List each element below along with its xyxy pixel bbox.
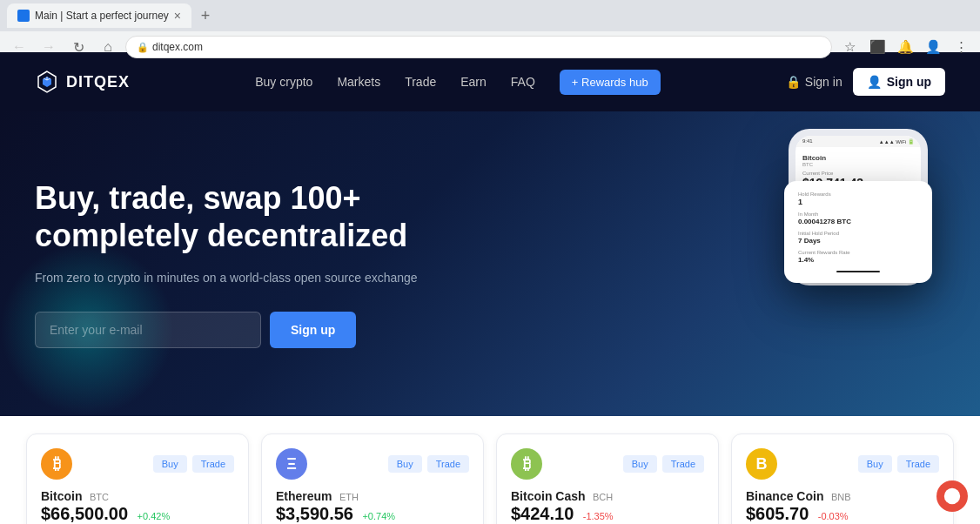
- phone-home-indicator: [836, 271, 880, 272]
- hold-rewards-label: Hold Rewards: [798, 191, 918, 197]
- browser-tab[interactable]: Main | Start a perfect journey ×: [7, 3, 191, 28]
- card-price-row-0: $66,500.00 +0.42%: [41, 504, 234, 524]
- coin-price-2: $424.10: [511, 504, 574, 523]
- buy-button-bch[interactable]: Buy: [623, 455, 657, 473]
- crypto-card: Ξ Buy Trade Ethereum ETH $3,590.56 +0.74…: [261, 433, 484, 524]
- coin-symbol-2: BCH: [593, 492, 613, 502]
- coin-symbol-1: ETH: [339, 492, 359, 502]
- notifications-button[interactable]: 🔔: [893, 35, 917, 59]
- nav-buy-crypto[interactable]: Buy crypto: [255, 75, 312, 89]
- phone-time: 9:41: [802, 138, 813, 144]
- tab-close-btn[interactable]: ×: [174, 9, 181, 23]
- hero-section: Buy, trade, swap 100+ completely decentr…: [0, 111, 980, 416]
- extensions-button[interactable]: ⬛: [865, 35, 889, 59]
- coin-change-2: -1.35%: [583, 511, 614, 521]
- initial-hold-label: Initial Hold Period: [798, 231, 918, 236]
- buy-button-bnb[interactable]: Buy: [858, 455, 892, 473]
- card-price-row-3: $605.70 -0.03%: [746, 504, 939, 524]
- coin-symbol-3: BNB: [831, 492, 851, 502]
- buy-button-btc[interactable]: Buy: [153, 455, 187, 473]
- phone-status-bar: 9:41 ▲▲▲ WiFi 🔋: [795, 136, 921, 147]
- trade-button-eth[interactable]: Trade: [427, 455, 469, 473]
- tab-bar: Main | Start a perfect journey × +: [0, 0, 980, 31]
- hero-cta: Sign up: [35, 312, 470, 348]
- in-month-value: 0.00041278 BTC: [798, 218, 918, 225]
- tab-favicon: [17, 10, 30, 22]
- coin-name-1: Ethereum: [276, 489, 332, 503]
- crypto-card: ₿ Buy Trade Bitcoin Cash BCH $424.10 -1.…: [496, 433, 719, 524]
- buy-button-eth[interactable]: Buy: [388, 455, 422, 473]
- help-icon: [943, 487, 961, 505]
- nav-faq[interactable]: FAQ: [511, 75, 535, 89]
- card-coin-label-1: Ethereum ETH: [276, 488, 469, 504]
- bookmark-button[interactable]: ☆: [837, 35, 862, 59]
- address-bar[interactable]: 🔒 ditqex.com: [125, 36, 832, 58]
- crypto-card: B Buy Trade Binance Coin BNB $605.70 -0.…: [731, 433, 954, 524]
- profile-button[interactable]: 👤: [921, 35, 945, 59]
- browser-chrome: Main | Start a perfect journey × + ← → ↻…: [0, 0, 980, 52]
- reload-button[interactable]: ↻: [66, 35, 91, 59]
- coin-price-3: $605.70: [746, 504, 809, 523]
- coin-change-3: -0.03%: [818, 511, 849, 521]
- crypto-card: ₿ Buy Trade Bitcoin BTC $66,500.00 +0.42…: [26, 433, 249, 524]
- coin-price-1: $3,590.56: [276, 504, 353, 523]
- hero-content: Buy, trade, swap 100+ completely decentr…: [35, 179, 470, 349]
- user-icon: 👤: [867, 75, 882, 89]
- trade-button-btc[interactable]: Trade: [192, 455, 234, 473]
- card-top-0: ₿ Buy Trade: [41, 448, 234, 480]
- menu-button[interactable]: ⋮: [949, 35, 973, 59]
- rewards-detail-card: Hold Rewards 1 In Month 0.00041278 BTC I…: [784, 181, 932, 283]
- phone-coin-name: Bitcoin: [802, 154, 914, 162]
- nav-trade[interactable]: Trade: [405, 75, 436, 89]
- current-rewards-label: Current Rewards Rate: [798, 250, 918, 255]
- coin-change-1: +0.74%: [362, 511, 395, 521]
- nav-earn[interactable]: Earn: [460, 75, 487, 89]
- phone-signal: ▲▲▲ WiFi 🔋: [879, 138, 914, 144]
- sign-in-button[interactable]: 🔒 Sign in: [786, 75, 842, 89]
- coin-logo-btc: ₿: [41, 448, 72, 480]
- home-button[interactable]: ⌂: [96, 35, 120, 59]
- card-coin-label-2: Bitcoin Cash BCH: [511, 488, 704, 504]
- site-header: DITQEX Buy crypto Markets Trade Earn FAQ…: [0, 52, 980, 111]
- initial-hold-value: 7 Days: [798, 237, 918, 245]
- coin-symbol-0: BTC: [90, 492, 109, 502]
- card-actions-2: Buy Trade: [623, 455, 704, 473]
- coin-logo-bch: ₿: [511, 448, 542, 480]
- rewards-hub-button[interactable]: + Rewards hub: [560, 70, 661, 95]
- card-actions-3: Buy Trade: [858, 455, 939, 473]
- crypto-grid: ₿ Buy Trade Bitcoin BTC $66,500.00 +0.42…: [26, 433, 954, 524]
- lock-icon: 🔒: [786, 75, 801, 89]
- main-nav: Buy crypto Markets Trade Earn FAQ + Rewa…: [255, 70, 660, 95]
- logo-text: DITQEX: [66, 73, 130, 91]
- new-tab-button[interactable]: +: [195, 5, 216, 26]
- card-price-row-1: $3,590.56 +0.74%: [276, 504, 469, 524]
- coin-name-0: Bitcoin: [41, 489, 82, 503]
- coin-logo-eth: Ξ: [276, 448, 307, 480]
- in-month-label: In Month: [798, 212, 918, 217]
- back-button[interactable]: ←: [7, 35, 31, 59]
- sign-up-button[interactable]: 👤 Sign up: [853, 68, 945, 96]
- coin-logo-bnb: B: [746, 448, 777, 480]
- logo[interactable]: DITQEX: [35, 70, 130, 94]
- tab-title: Main | Start a perfect journey: [35, 10, 169, 22]
- trade-button-bnb[interactable]: Trade: [897, 455, 939, 473]
- crypto-section: ₿ Buy Trade Bitcoin BTC $66,500.00 +0.42…: [0, 416, 980, 524]
- card-top-2: ₿ Buy Trade: [511, 448, 704, 480]
- email-input[interactable]: [35, 312, 261, 348]
- card-top-1: Ξ Buy Trade: [276, 448, 469, 480]
- coin-price-0: $66,500.00: [41, 504, 128, 523]
- coin-name-3: Binance Coin: [746, 489, 823, 503]
- coin-name-2: Bitcoin Cash: [511, 489, 586, 503]
- card-actions-0: Buy Trade: [153, 455, 234, 473]
- card-price-row-2: $424.10 -1.35%: [511, 504, 704, 524]
- forward-button[interactable]: →: [37, 35, 61, 59]
- hold-rewards-value: 1: [798, 198, 918, 206]
- help-bubble[interactable]: [936, 480, 968, 512]
- trade-button-bch[interactable]: Trade: [662, 455, 704, 473]
- toolbar-actions: ☆ ⬛ 🔔 👤 ⋮: [837, 35, 973, 59]
- hero-signup-button[interactable]: Sign up: [270, 312, 356, 348]
- nav-markets[interactable]: Markets: [337, 75, 380, 89]
- card-coin-label-0: Bitcoin BTC: [41, 488, 234, 504]
- hero-subtitle: From zero to crypto in minutes on a worl…: [35, 268, 470, 287]
- coin-change-0: +0.42%: [138, 511, 171, 521]
